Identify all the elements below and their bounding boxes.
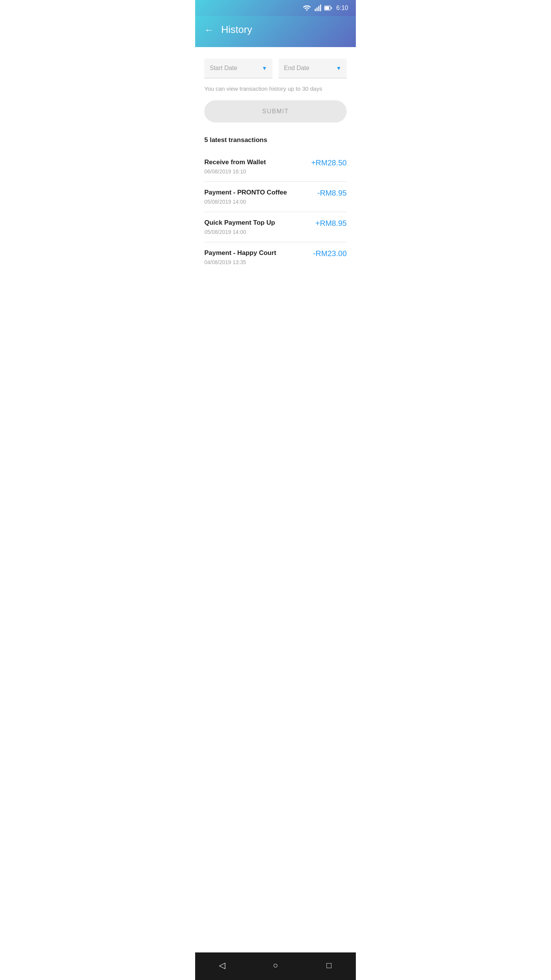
transaction-left: Payment - Happy Court 04/08/2019 13:35 bbox=[204, 249, 276, 265]
svg-rect-1 bbox=[316, 7, 318, 11]
nav-recent-button[interactable]: □ bbox=[320, 959, 339, 972]
transaction-item[interactable]: Payment - PRONTO Coffee 05/08/2019 14:00… bbox=[204, 182, 347, 212]
page-title: History bbox=[221, 24, 252, 36]
transaction-name: Payment - Happy Court bbox=[204, 249, 276, 257]
svg-rect-6 bbox=[325, 7, 329, 10]
start-date-arrow-icon: ▼ bbox=[262, 65, 267, 71]
transaction-list: Receive from Wallet 06/08/2019 16:10 +RM… bbox=[204, 152, 347, 272]
start-date-label: Start Date bbox=[210, 65, 237, 72]
nav-home-button[interactable]: ○ bbox=[266, 959, 285, 972]
transaction-left: Payment - PRONTO Coffee 05/08/2019 14:00 bbox=[204, 189, 287, 205]
transaction-date: 05/08/2019 14:00 bbox=[204, 199, 287, 205]
transaction-name: Receive from Wallet bbox=[204, 158, 266, 166]
header: ← History bbox=[195, 16, 356, 47]
status-time: 6:10 bbox=[336, 5, 348, 11]
svg-rect-3 bbox=[320, 5, 321, 11]
back-button[interactable]: ← bbox=[204, 25, 214, 34]
svg-rect-5 bbox=[331, 7, 332, 9]
transaction-item[interactable]: Payment - Happy Court 04/08/2019 13:35 -… bbox=[204, 242, 347, 272]
submit-button[interactable]: SUBMIT bbox=[204, 100, 347, 122]
wifi-icon bbox=[303, 4, 311, 12]
transaction-date: 05/08/2019 14:00 bbox=[204, 229, 275, 235]
svg-rect-2 bbox=[318, 6, 320, 11]
status-icons: 6:10 bbox=[303, 4, 348, 12]
bottom-nav: ◁ ○ □ bbox=[195, 952, 356, 980]
end-date-arrow-icon: ▼ bbox=[336, 65, 341, 71]
battery-icon bbox=[324, 4, 333, 12]
info-text: You can view transaction history up to 3… bbox=[204, 85, 347, 92]
transaction-item[interactable]: Receive from Wallet 06/08/2019 16:10 +RM… bbox=[204, 152, 347, 182]
svg-rect-0 bbox=[315, 9, 316, 11]
status-bar: 6:10 bbox=[195, 0, 356, 16]
main-content: Start Date ▼ End Date ▼ You can view tra… bbox=[195, 47, 356, 952]
transaction-amount: +RM28.50 bbox=[311, 158, 347, 167]
transaction-name: Quick Payment Top Up bbox=[204, 219, 275, 227]
transaction-left: Quick Payment Top Up 05/08/2019 14:00 bbox=[204, 219, 275, 235]
transaction-item[interactable]: Quick Payment Top Up 05/08/2019 14:00 +R… bbox=[204, 212, 347, 242]
signal-icon bbox=[313, 4, 322, 12]
transaction-amount: +RM8.95 bbox=[315, 219, 347, 228]
transaction-amount: -RM8.95 bbox=[317, 189, 347, 198]
nav-back-button[interactable]: ◁ bbox=[212, 959, 231, 972]
transaction-date: 04/08/2019 13:35 bbox=[204, 259, 276, 265]
transaction-left: Receive from Wallet 06/08/2019 16:10 bbox=[204, 158, 266, 175]
end-date-label: End Date bbox=[284, 65, 310, 72]
start-date-select[interactable]: Start Date ▼ bbox=[204, 59, 272, 78]
transactions-header: 5 latest transactions bbox=[204, 136, 347, 144]
end-date-select[interactable]: End Date ▼ bbox=[279, 59, 347, 78]
transaction-amount: -RM23.00 bbox=[313, 249, 347, 258]
transaction-name: Payment - PRONTO Coffee bbox=[204, 189, 287, 196]
transaction-date: 06/08/2019 16:10 bbox=[204, 168, 266, 175]
date-filters: Start Date ▼ End Date ▼ bbox=[204, 59, 347, 78]
